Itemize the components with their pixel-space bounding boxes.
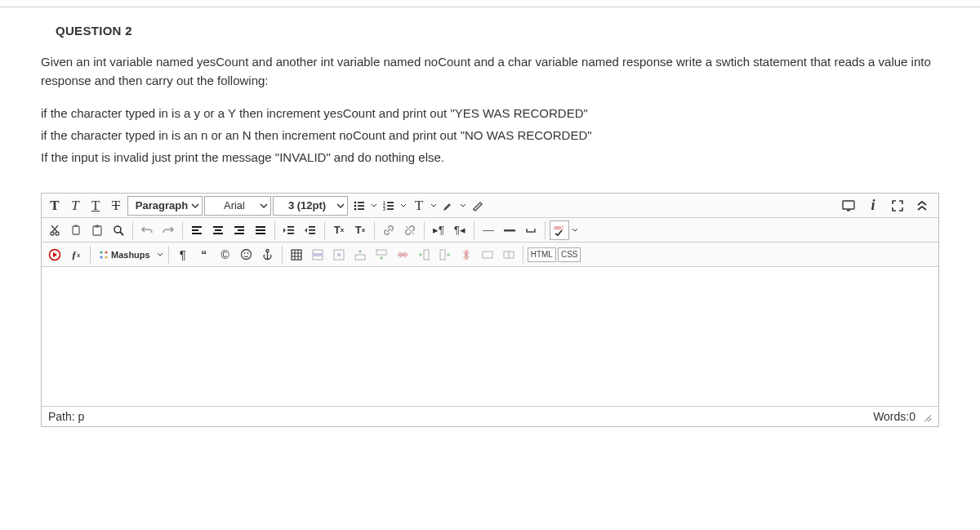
font-family-select[interactable]: Arial	[204, 196, 271, 216]
help-icon[interactable]: i	[863, 196, 883, 216]
mashups-dropdown[interactable]	[156, 252, 164, 258]
svg-rect-37	[309, 229, 315, 231]
collapse-toolbar-icon[interactable]	[912, 196, 932, 216]
svg-rect-4	[358, 205, 364, 207]
svg-text:1: 1	[383, 200, 385, 205]
text-color-dropdown[interactable]	[430, 203, 438, 209]
clear-formatting-button[interactable]	[468, 196, 488, 216]
bullet-list-button[interactable]	[350, 196, 369, 216]
insert-col-after-button[interactable]	[435, 245, 455, 265]
math-editor-button[interactable]: ƒx	[66, 245, 86, 265]
numbered-list-button[interactable]: 123	[379, 196, 399, 216]
align-right-button[interactable]	[229, 220, 249, 240]
subscript-button[interactable]: Tx	[350, 220, 370, 240]
svg-point-49	[247, 252, 249, 254]
svg-rect-40	[504, 229, 515, 232]
editor-statusbar: Path: p Words:0	[42, 406, 938, 426]
cut-button[interactable]	[45, 220, 65, 240]
highlight-button[interactable]	[439, 196, 458, 216]
table-cell-props-button[interactable]	[329, 245, 349, 265]
rtl-button[interactable]: ¶◂	[450, 220, 470, 240]
svg-rect-11	[387, 208, 394, 209]
table-insert-button[interactable]	[287, 245, 306, 265]
svg-point-44	[105, 251, 107, 253]
question-paragraph-3: if the character typed in is an n or an …	[41, 126, 939, 145]
block-format-select[interactable]: Paragraph	[127, 196, 203, 216]
svg-rect-62	[483, 252, 492, 258]
spellcheck-button[interactable]: ABC	[550, 220, 569, 240]
italic-button[interactable]: T	[65, 196, 85, 216]
rich-text-editor: T T T T Paragraph Arial 3 (12pt)	[41, 193, 939, 427]
spellcheck-dropdown[interactable]	[571, 227, 579, 234]
paste-button[interactable]	[87, 220, 107, 240]
align-left-button[interactable]	[187, 220, 207, 240]
split-cells-button[interactable]	[499, 245, 519, 265]
chevron-down-icon	[336, 202, 345, 210]
svg-rect-36	[309, 226, 315, 228]
toolbar-row-2: Tx Tx ▸¶ ¶◂ ABC	[42, 218, 938, 243]
svg-rect-56	[355, 255, 365, 260]
link-button[interactable]	[379, 220, 399, 240]
numbered-list-dropdown[interactable]	[399, 203, 408, 209]
superscript-button[interactable]: Tx	[329, 220, 349, 240]
copy-button[interactable]	[66, 220, 86, 240]
question-paragraph-4: If the input is invalid just print the m…	[41, 148, 939, 167]
svg-point-46	[105, 256, 107, 258]
resize-handle[interactable]	[920, 411, 932, 422]
outdent-button[interactable]	[301, 220, 320, 240]
svg-rect-26	[213, 233, 223, 234]
copyright-button[interactable]: ©	[216, 245, 235, 265]
hr-thin-button[interactable]	[479, 220, 498, 240]
emoticon-button[interactable]	[237, 245, 256, 265]
svg-rect-19	[96, 225, 100, 227]
svg-point-2	[354, 208, 356, 210]
bullet-list-dropdown[interactable]	[370, 203, 378, 209]
delete-col-button[interactable]	[457, 245, 476, 265]
redo-button[interactable]	[158, 220, 178, 240]
table-row-props-button[interactable]	[308, 245, 327, 265]
underline-button[interactable]: T	[86, 196, 105, 216]
highlight-dropdown[interactable]	[459, 203, 467, 209]
fullscreen-icon[interactable]	[888, 196, 907, 216]
indent-button[interactable]	[279, 220, 299, 240]
strikethrough-button[interactable]: T	[106, 196, 126, 216]
merge-cells-button[interactable]	[478, 245, 497, 265]
svg-rect-3	[358, 202, 364, 203]
insert-col-before-button[interactable]	[414, 245, 434, 265]
svg-rect-24	[213, 226, 223, 228]
bold-button[interactable]: T	[45, 196, 65, 216]
svg-text:3: 3	[383, 207, 385, 212]
align-center-button[interactable]	[208, 220, 228, 240]
mashups-button[interactable]: Mashups	[95, 245, 154, 265]
anchor-button[interactable]	[258, 245, 278, 265]
svg-rect-63	[504, 252, 514, 258]
svg-rect-32	[256, 233, 265, 234]
align-justify-button[interactable]	[251, 220, 270, 240]
unlink-button[interactable]	[400, 220, 420, 240]
editor-textarea[interactable]	[42, 267, 938, 406]
delete-row-button[interactable]	[393, 245, 412, 265]
svg-rect-31	[256, 229, 265, 231]
record-media-button[interactable]	[45, 245, 65, 265]
insert-row-before-button[interactable]	[350, 245, 370, 265]
text-color-button[interactable]: T	[409, 196, 429, 216]
ltr-button[interactable]: ▸¶	[429, 220, 448, 240]
find-button[interactable]	[109, 220, 128, 240]
path-label: Path: p	[48, 410, 84, 423]
nbsp-button[interactable]	[521, 220, 541, 240]
svg-rect-28	[238, 229, 244, 231]
svg-rect-59	[424, 250, 429, 260]
hr-thick-button[interactable]	[500, 220, 519, 240]
show-nonprinting-button[interactable]: ¶	[173, 245, 193, 265]
svg-rect-54	[334, 250, 344, 260]
html-view-button[interactable]: HTML	[528, 247, 556, 262]
insert-row-after-button[interactable]	[372, 245, 391, 265]
undo-button[interactable]	[137, 220, 157, 240]
css-view-button[interactable]: CSS	[558, 247, 581, 262]
svg-rect-52	[313, 250, 323, 260]
svg-rect-22	[192, 229, 198, 231]
preview-icon[interactable]	[839, 196, 858, 216]
blockquote-button[interactable]: “	[194, 245, 214, 265]
font-size-select[interactable]: 3 (12pt)	[273, 196, 348, 216]
svg-rect-25	[215, 229, 221, 231]
